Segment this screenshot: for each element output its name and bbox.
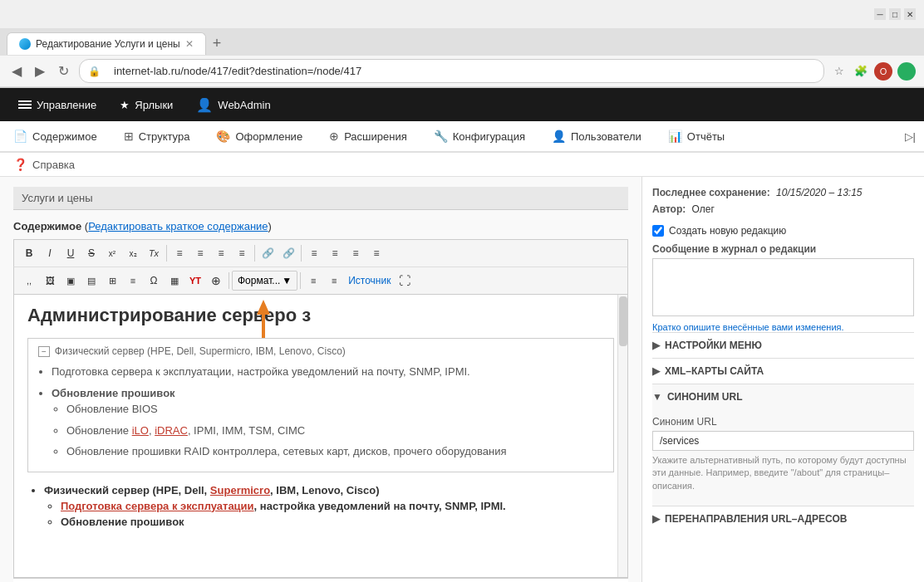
align-left-button[interactable]: ≡: [170, 243, 189, 263]
active-tab[interactable]: Редактирование Услуги и цены ✕: [7, 32, 206, 55]
strikethrough-button[interactable]: S: [81, 243, 101, 263]
menu-config[interactable]: 🔧 Конфигурация: [420, 121, 538, 153]
image-button[interactable]: 🖼: [40, 271, 60, 291]
profile-avatar[interactable]: О: [874, 62, 892, 81]
maximize-button[interactable]: □: [889, 8, 901, 20]
redirects-section[interactable]: ▶ ПЕРЕНАПРАВЛЕНИЯ URL–АДРЕСОВ: [652, 506, 914, 531]
refresh-button[interactable]: ↻: [55, 61, 72, 81]
format-dropdown[interactable]: Формат... ▼: [232, 271, 297, 291]
menu-settings-section[interactable]: ▶ НАСТРОЙКИ МЕНЮ: [652, 332, 914, 358]
back-button[interactable]: ◀: [8, 61, 25, 81]
idrac-link[interactable]: iDRAC: [155, 424, 188, 437]
unlink-button[interactable]: 🔗: [278, 243, 298, 263]
redirects-label: ПЕРЕНАПРАВЛЕНИЯ URL–АДРЕСОВ: [665, 513, 847, 525]
link-button[interactable]: 🔗: [258, 243, 278, 263]
menu-expand-btn[interactable]: ▷|: [897, 122, 924, 151]
align-justify-button[interactable]: ≡: [232, 243, 252, 263]
subscript-button[interactable]: x₂: [123, 243, 143, 263]
bullet-list-button[interactable]: ≡: [304, 243, 324, 263]
content-label-text: Содержимое: [13, 220, 81, 232]
xml-maps-section[interactable]: ▶ XML–КАРТЫ САЙТА: [652, 358, 914, 384]
table-button[interactable]: ⊞: [102, 271, 122, 291]
url-synonym-section[interactable]: ▼ СИНОНИМ URL Синоним URL Укажите альтер…: [652, 384, 914, 506]
address-input[interactable]: [106, 61, 815, 81]
italic-button[interactable]: I: [40, 243, 60, 263]
quote-button[interactable]: ,,: [19, 271, 39, 291]
tab-close-icon[interactable]: ✕: [185, 38, 194, 50]
admin-menu-button[interactable]: Управление: [7, 92, 108, 118]
addr-icons: ☆ 🧩 О: [831, 62, 916, 81]
content-label-row: Содержимое (Редактировать краткое содерж…: [13, 220, 628, 232]
extensions-icon[interactable]: 🧩: [853, 63, 869, 80]
menu-extensions[interactable]: ⊕ Расширения: [316, 121, 420, 153]
remove-format-button[interactable]: Tx: [144, 243, 164, 263]
menu-structure[interactable]: ⊞ Структура: [111, 121, 204, 153]
reports-icon: 📊: [668, 130, 682, 143]
url-input[interactable]: [652, 431, 914, 451]
numbered-list-button[interactable]: ≡: [325, 243, 345, 263]
minimize-button[interactable]: ─: [874, 8, 886, 20]
journal-textarea[interactable]: [652, 258, 914, 316]
config-icon: 🔧: [434, 130, 448, 143]
underline-button[interactable]: U: [61, 243, 81, 263]
sep4: [229, 272, 229, 289]
editor-list: Подготовка сервера к эксплуатации, настр…: [38, 364, 603, 460]
omega-button[interactable]: Ω: [144, 271, 164, 291]
lock-icon: 🔒: [88, 66, 101, 77]
superscript-button[interactable]: x²: [102, 243, 122, 263]
special2-button[interactable]: ▤: [81, 271, 101, 291]
editor-content[interactable]: Администрирование серверо з − Физический…: [14, 295, 627, 577]
editor-toolbar-row2: ,, 🖼 ▣ ▤ ⊞ ≡ Ω ▦ YT ⊕ Формат... ▼ ≡ ≡ Ис…: [13, 267, 628, 294]
special4-button[interactable]: ≡: [324, 271, 344, 291]
menu-reports[interactable]: 📊 Отчёты: [655, 121, 738, 153]
menu-structure-label: Структура: [139, 130, 190, 143]
prep-link[interactable]: Подготовка сервера к эксплуатации: [61, 500, 254, 512]
youtube-button[interactable]: YT: [185, 271, 205, 291]
outdent-button[interactable]: ≡: [346, 243, 366, 263]
menu-settings-title: ▶ НАСТРОЙКИ МЕНЮ: [652, 340, 914, 351]
special1-button[interactable]: ▣: [61, 271, 81, 291]
menu-design-label: Оформление: [235, 130, 302, 143]
scrollbar-thumb[interactable]: [619, 296, 627, 346]
menu-users-label: Пользователи: [571, 130, 641, 143]
new-revision-row: Создать новую редакцию: [652, 225, 914, 237]
new-revision-checkbox[interactable]: [652, 225, 664, 237]
grid-button[interactable]: ▦: [165, 271, 184, 291]
bookmarks-button[interactable]: ★ Ярлыки: [108, 92, 184, 118]
url-hint: Укажите альтернативный путь, по которому…: [652, 454, 914, 492]
url-synonym-title: ▼ СИНОНИМ URL: [652, 391, 914, 403]
help-bar: ❓ Справка: [0, 153, 924, 177]
star-icon[interactable]: ☆: [831, 63, 848, 80]
nested-list-item: Подготовка сервера к эксплуатации, настр…: [61, 500, 614, 512]
plus-button[interactable]: ⊕: [206, 271, 226, 291]
sidebar-meta: Последнее сохранение: 10/15/2020 – 13:15…: [652, 187, 914, 215]
ilo-link[interactable]: iLO: [132, 424, 149, 437]
main-wrapper: Услуги и цены Содержимое (Редактировать …: [0, 177, 924, 582]
profile-circle[interactable]: [897, 62, 916, 81]
special3-button[interactable]: ≡: [303, 271, 323, 291]
align-center-button[interactable]: ≡: [190, 243, 210, 263]
new-revision-label: Создать новую редакцию: [669, 225, 786, 237]
align-right-button[interactable]: ≡: [211, 243, 231, 263]
forward-button[interactable]: ▶: [32, 61, 48, 81]
fullscreen-button[interactable]: ⛶: [395, 271, 415, 291]
sub-list: Обновление BIOS Обновление iLO, iDRAC, I…: [52, 401, 603, 460]
menu-extensions-label: Расширения: [344, 130, 407, 143]
webadmin-button[interactable]: 👤 WebAdmin: [184, 90, 282, 120]
edit-brief-link[interactable]: Редактировать краткое содержание: [88, 220, 268, 232]
close-button[interactable]: ✕: [904, 8, 916, 20]
new-tab-button[interactable]: +: [206, 32, 229, 56]
indent-button[interactable]: ≡: [366, 243, 386, 263]
source-button[interactable]: Источник: [345, 273, 394, 288]
list-button[interactable]: ≡: [123, 271, 143, 291]
menu-design[interactable]: 🎨 Оформление: [203, 121, 316, 153]
menu-content[interactable]: 📄 Содержимое: [0, 121, 111, 153]
xml-maps-title: ▶ XML–КАРТЫ САЙТА: [652, 365, 914, 377]
bold-button[interactable]: B: [19, 243, 39, 263]
supermicro-link[interactable]: Supermicro: [210, 484, 270, 496]
editor-scrollbar[interactable]: [617, 295, 627, 577]
list-item: Обновление прошивок Обновление BIOS Обно…: [52, 385, 603, 460]
menu-config-label: Конфигурация: [453, 130, 525, 143]
sep3: [301, 245, 302, 262]
menu-users[interactable]: 👤 Пользователи: [538, 121, 655, 153]
